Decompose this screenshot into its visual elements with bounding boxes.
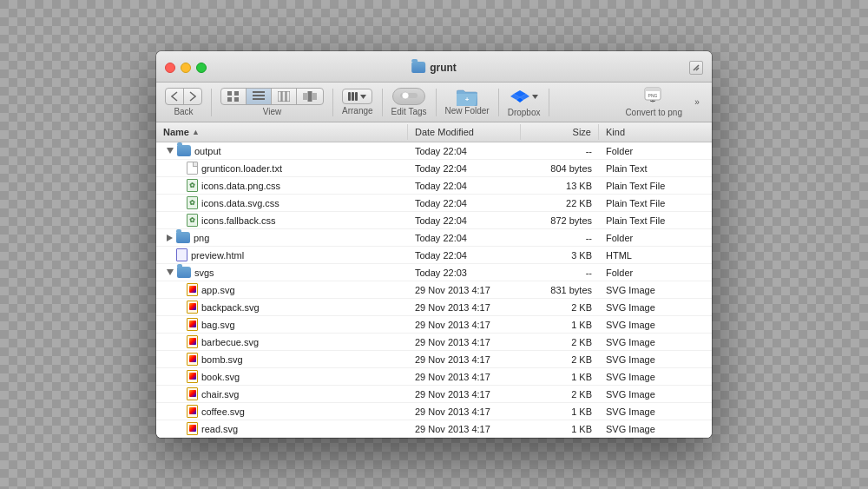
table-row[interactable]: outputToday 22:04--Folder	[156, 142, 712, 160]
more-button[interactable]: »	[691, 96, 703, 109]
svg-file-icon	[187, 335, 198, 348]
css-file-icon: ✿	[187, 179, 198, 192]
svg-file-icon	[187, 283, 198, 296]
back-button[interactable]	[166, 89, 184, 104]
file-kind: SVG Image	[599, 403, 712, 420]
file-name: chair.svg	[201, 389, 239, 400]
table-row[interactable]: barbecue.svg29 Nov 2013 4:172 KBSVG Imag…	[156, 334, 712, 351]
file-size: --	[521, 264, 599, 281]
file-date: 29 Nov 2013 4:17	[408, 334, 521, 350]
name-column-header[interactable]: Name ▲	[156, 124, 408, 140]
table-row[interactable]: backpack.svg29 Nov 2013 4:172 KBSVG Imag…	[156, 299, 712, 316]
separator-6	[549, 89, 549, 116]
kind-column-header[interactable]: Kind	[599, 124, 712, 140]
svg-rect-22	[645, 89, 661, 91]
svg-file-icon	[187, 301, 198, 314]
table-row[interactable]: ✿icons.fallback.cssToday 22:04872 bytesP…	[156, 212, 712, 229]
view-buttons	[220, 88, 324, 105]
file-name: app.svg	[201, 285, 235, 295]
folder-triangle-icon[interactable]	[167, 235, 173, 241]
size-column-header[interactable]: Size	[521, 124, 599, 140]
close-button[interactable]	[165, 63, 175, 73]
folder-icon	[177, 145, 191, 156]
folder-icon	[177, 267, 191, 278]
file-date: Today 22:04	[408, 229, 521, 246]
file-kind: SVG Image	[599, 368, 712, 385]
new-folder-icon: +	[457, 89, 477, 104]
file-size: 804 bytes	[521, 160, 599, 176]
file-name: icons.data.svg.css	[201, 198, 279, 208]
file-size: 2 KB	[521, 386, 599, 402]
file-kind: HTML	[599, 247, 712, 263]
file-name: icons.fallback.css	[201, 215, 276, 226]
table-row[interactable]: chair.svg29 Nov 2013 4:172 KBSVG Image	[156, 386, 712, 403]
css-file-icon: ✿	[187, 214, 198, 227]
table-row[interactable]: ✿icons.data.png.cssToday 22:0413 KBPlain…	[156, 177, 712, 195]
file-name: grunticon.loader.txt	[201, 163, 282, 174]
separator-1	[211, 89, 212, 116]
table-row[interactable]: app.svg29 Nov 2013 4:17831 bytesSVG Imag…	[156, 281, 712, 299]
arrange-icon	[348, 92, 358, 101]
table-row[interactable]: book.svg29 Nov 2013 4:171 KBSVG Image	[156, 368, 712, 386]
svg-file-icon	[187, 318, 198, 331]
file-kind: Plain Text File	[599, 177, 712, 194]
icon-view-button[interactable]	[221, 89, 247, 104]
svg-file-icon	[187, 422, 198, 435]
window-controls	[165, 63, 207, 73]
forward-button[interactable]	[184, 89, 201, 104]
edit-tags-button[interactable]	[392, 88, 425, 105]
svg-rect-0	[227, 91, 232, 96]
svg-rect-6	[253, 98, 265, 100]
svg-rect-12	[312, 93, 317, 100]
table-row[interactable]: ✿icons.data.svg.cssToday 22:0422 KBPlain…	[156, 195, 712, 212]
date-column-header[interactable]: Date Modified	[408, 124, 521, 140]
table-row[interactable]: pngToday 22:04--Folder	[156, 229, 712, 247]
file-size: 1 KB	[521, 403, 599, 420]
table-row[interactable]: grunticon.loader.txtToday 22:04804 bytes…	[156, 160, 712, 177]
convert-button[interactable]: PNG Convert to png	[625, 87, 682, 117]
folder-triangle-icon[interactable]	[167, 269, 174, 275]
table-row[interactable]: preview.htmlToday 22:043 KBHTML	[156, 247, 712, 264]
file-size: 872 bytes	[521, 212, 599, 228]
file-kind: Folder	[599, 142, 712, 159]
svg-point-14	[402, 92, 409, 99]
arrange-button[interactable]	[342, 89, 372, 104]
file-name: bag.svg	[201, 320, 235, 330]
back-forward-group: Back	[165, 88, 202, 116]
folder-icon	[176, 232, 190, 243]
file-size: --	[521, 229, 599, 246]
title-bar: grunt	[156, 51, 712, 83]
file-size: 2 KB	[521, 299, 599, 315]
file-name: icons.data.png.css	[201, 181, 280, 191]
view-group: View	[220, 88, 324, 116]
minimize-button[interactable]	[181, 63, 191, 73]
resize-button[interactable]	[689, 61, 703, 75]
coverflow-view-button[interactable]	[297, 89, 323, 104]
table-row[interactable]: coffee.svg29 Nov 2013 4:171 KBSVG Image	[156, 403, 712, 420]
table-row[interactable]: bomb.svg29 Nov 2013 4:172 KBSVG Image	[156, 351, 712, 368]
file-list[interactable]: outputToday 22:04--Foldergrunticon.loade…	[156, 142, 712, 438]
column-view-button[interactable]	[272, 89, 297, 104]
convert-icon: PNG	[644, 87, 663, 106]
file-size: 22 KB	[521, 195, 599, 211]
title-folder-icon	[411, 62, 425, 73]
file-size: 2 KB	[521, 334, 599, 350]
dropbox-button[interactable]: Dropbox	[508, 87, 541, 117]
file-size: 831 bytes	[521, 281, 599, 298]
table-row[interactable]: svgsToday 22:03--Folder	[156, 264, 712, 281]
file-kind: SVG Image	[599, 351, 712, 367]
new-folder-button[interactable]: + New Folder	[445, 89, 490, 116]
dropbox-icon-btn[interactable]	[510, 87, 538, 106]
file-date: 29 Nov 2013 4:17	[408, 386, 521, 402]
svg-rect-7	[278, 91, 281, 102]
separator-4	[436, 89, 437, 116]
table-row[interactable]: bag.svg29 Nov 2013 4:171 KBSVG Image	[156, 316, 712, 334]
maximize-button[interactable]	[196, 63, 207, 73]
file-date: Today 22:04	[408, 247, 521, 263]
list-view-button[interactable]	[247, 89, 272, 104]
file-kind: SVG Image	[599, 281, 712, 298]
folder-triangle-icon[interactable]	[167, 148, 174, 154]
window-title: grunt	[411, 62, 457, 74]
table-row[interactable]: read.svg29 Nov 2013 4:171 KBSVG Image	[156, 420, 712, 438]
file-date: Today 22:03	[408, 264, 521, 281]
